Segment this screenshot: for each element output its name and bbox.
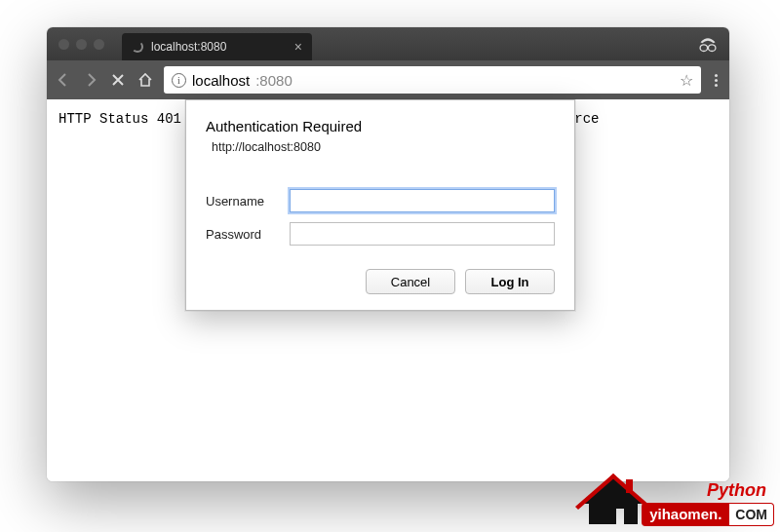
svg-rect-5: [626, 479, 633, 493]
username-input[interactable]: [290, 189, 555, 212]
username-label: Username: [206, 194, 290, 209]
username-row: Username: [206, 189, 555, 212]
window-controls: [58, 39, 104, 50]
watermark-site: yihaomen.: [642, 503, 729, 526]
stop-reload-button[interactable]: [109, 71, 127, 89]
browser-window: localhost:8080 × i localhost:8080 ☆: [47, 27, 729, 481]
svg-point-0: [700, 45, 708, 52]
watermark-lang: Python: [642, 480, 774, 501]
browser-tab[interactable]: localhost:8080 ×: [122, 33, 312, 60]
browser-toolbar: i localhost:8080 ☆: [47, 60, 729, 99]
auth-dialog: Authentication Required http://localhost…: [185, 99, 575, 311]
close-window-button[interactable]: [58, 39, 69, 50]
address-bar[interactable]: i localhost:8080 ☆: [164, 66, 701, 94]
close-tab-icon[interactable]: ×: [294, 40, 302, 54]
maximize-window-button[interactable]: [94, 39, 104, 50]
password-input[interactable]: [290, 222, 555, 246]
tab-bar: localhost:8080 ×: [47, 27, 729, 60]
minimize-window-button[interactable]: [76, 39, 87, 50]
page-content: HTTP Status 401 : esource Authentication…: [47, 99, 729, 481]
back-button[interactable]: [55, 71, 72, 89]
url-host: localhost: [192, 72, 250, 89]
watermark: Python yihaomen. COM: [642, 480, 774, 526]
house-logo-icon: [569, 470, 647, 526]
incognito-icon: [698, 35, 718, 53]
dialog-origin: http://localhost:8080: [212, 140, 555, 154]
forward-button[interactable]: [82, 71, 99, 89]
svg-marker-2: [584, 477, 643, 524]
url-port: :8080: [255, 72, 292, 89]
browser-menu-button[interactable]: [711, 74, 722, 87]
home-button[interactable]: [136, 71, 154, 89]
watermark-tld: COM: [729, 503, 774, 526]
login-button[interactable]: Log In: [465, 269, 555, 294]
cancel-button[interactable]: Cancel: [366, 269, 455, 294]
dialog-buttons: Cancel Log In: [206, 269, 555, 294]
bookmark-star-icon[interactable]: ☆: [680, 71, 693, 90]
svg-point-1: [708, 45, 716, 52]
dialog-title: Authentication Required: [206, 118, 555, 134]
site-info-icon[interactable]: i: [172, 73, 186, 88]
loading-spinner-icon: [132, 41, 143, 53]
tab-title: localhost:8080: [151, 40, 226, 54]
password-label: Password: [206, 227, 290, 242]
password-row: Password: [206, 222, 555, 246]
